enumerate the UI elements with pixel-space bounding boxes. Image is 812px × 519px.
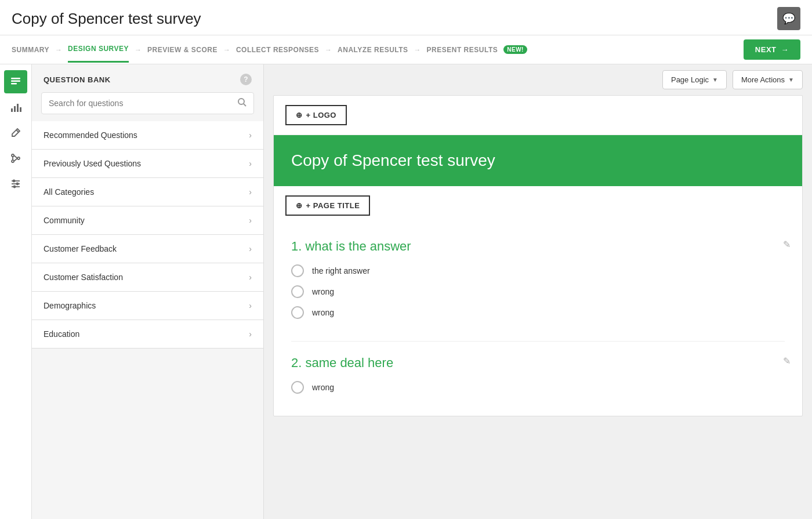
bank-list-item-customer-satisfaction[interactable]: Customer Satisfaction › bbox=[32, 263, 263, 292]
svg-rect-1 bbox=[11, 81, 20, 82]
sidebar-item-settings[interactable] bbox=[4, 172, 27, 195]
survey-canvas: ⊕ + LOGO Copy of Spencer test survey ⊕ +… bbox=[273, 95, 803, 416]
svg-point-19 bbox=[238, 99, 244, 104]
question-1-section: 1. what is the answer ✎ the right answer… bbox=[274, 225, 802, 341]
arrow-sep-4: → bbox=[325, 46, 332, 54]
chevron-right-icon: › bbox=[249, 244, 252, 253]
page-logic-button[interactable]: Page Logic ▼ bbox=[662, 70, 727, 89]
svg-point-16 bbox=[13, 180, 15, 182]
content-area: Page Logic ▼ More Actions ▼ ⊕ + LOGO Cop… bbox=[264, 64, 812, 519]
caret-down-icon: ▼ bbox=[788, 77, 794, 83]
arrow-sep-5: → bbox=[414, 46, 421, 54]
nav-step-preview[interactable]: PREVIEW & SCORE bbox=[147, 38, 217, 62]
sidebar-item-pen[interactable] bbox=[4, 121, 27, 144]
radio-button[interactable] bbox=[291, 306, 304, 319]
bank-list-item-previously-used[interactable]: Previously Used Questions › bbox=[32, 150, 263, 178]
svg-point-17 bbox=[17, 183, 19, 185]
svg-rect-6 bbox=[20, 107, 21, 112]
sidebar-item-branch[interactable] bbox=[4, 147, 27, 170]
add-logo-button[interactable]: ⊕ + LOGO bbox=[285, 105, 347, 125]
edit-question-1-icon[interactable]: ✎ bbox=[783, 239, 791, 250]
q2-option-1: wrong bbox=[291, 381, 785, 394]
add-page-title-button[interactable]: ⊕ + PAGE TITLE bbox=[285, 195, 370, 216]
chevron-right-icon: › bbox=[249, 273, 252, 282]
nav-step-summary[interactable]: SUMMARY bbox=[12, 38, 49, 62]
next-button[interactable]: NEXT → bbox=[744, 39, 800, 60]
q1-option-2: wrong bbox=[291, 285, 785, 298]
bank-list-item-education[interactable]: Education › bbox=[32, 320, 263, 349]
survey-logo-bar: ⊕ + LOGO bbox=[274, 96, 802, 135]
page-title-row: ⊕ + PAGE TITLE bbox=[274, 186, 802, 225]
radio-button[interactable] bbox=[291, 381, 304, 394]
question-2-title: 2. same deal here bbox=[291, 355, 785, 371]
sidebar-item-question-bank[interactable] bbox=[4, 70, 27, 93]
chevron-right-icon: › bbox=[249, 159, 252, 168]
caret-down-icon: ▼ bbox=[712, 77, 718, 83]
search-box[interactable] bbox=[41, 92, 254, 114]
svg-point-8 bbox=[17, 157, 20, 159]
survey-title-bar: Copy of Spencer test survey bbox=[274, 135, 802, 186]
main-layout: QUESTION BANK ? Recommended Questions › … bbox=[0, 64, 812, 519]
chevron-right-icon: › bbox=[249, 216, 252, 225]
question-bank-title: QUESTION BANK bbox=[44, 75, 111, 84]
question-1-title: 1. what is the answer bbox=[291, 239, 785, 254]
bank-list-item-community[interactable]: Community › bbox=[32, 206, 263, 235]
page-title: Copy of Spencer test survey bbox=[12, 10, 201, 28]
sidebar-item-analytics[interactable] bbox=[4, 96, 27, 119]
nav-step-design[interactable]: DESIGN SURVEY bbox=[68, 37, 129, 63]
question-bank-header: QUESTION BANK ? bbox=[32, 64, 263, 92]
arrow-sep-3: → bbox=[223, 46, 230, 54]
help-button[interactable]: ? bbox=[240, 74, 252, 85]
q1-option-3: wrong bbox=[291, 306, 785, 319]
radio-button[interactable] bbox=[291, 285, 304, 298]
nav-step-analyze[interactable]: ANALYZE RESULTS bbox=[338, 38, 408, 62]
arrow-sep-2: → bbox=[135, 46, 142, 54]
question-bank-panel: QUESTION BANK ? Recommended Questions › … bbox=[32, 64, 264, 519]
svg-line-11 bbox=[14, 158, 17, 161]
top-bar: Copy of Spencer test survey 💬 bbox=[0, 0, 812, 35]
svg-rect-3 bbox=[11, 108, 13, 112]
svg-point-9 bbox=[12, 160, 14, 162]
chevron-right-icon: › bbox=[249, 301, 252, 310]
search-icon bbox=[237, 97, 246, 109]
content-toolbar: Page Logic ▼ More Actions ▼ bbox=[264, 64, 812, 95]
svg-point-7 bbox=[12, 154, 14, 157]
svg-point-18 bbox=[14, 186, 16, 188]
new-badge: NEW! bbox=[503, 45, 527, 54]
search-input[interactable] bbox=[49, 99, 237, 108]
chevron-right-icon: › bbox=[249, 329, 252, 339]
q1-option-1: the right answer bbox=[291, 264, 785, 277]
bank-list-item-customer-feedback[interactable]: Customer Feedback › bbox=[32, 235, 263, 263]
bank-list: Recommended Questions › Previously Used … bbox=[32, 121, 263, 519]
question-2-section: 2. same deal here ✎ wrong bbox=[274, 342, 802, 416]
bank-list-item-all-categories[interactable]: All Categories › bbox=[32, 178, 263, 206]
nav-bar: SUMMARY → DESIGN SURVEY → PREVIEW & SCOR… bbox=[0, 35, 812, 64]
nav-step-collect[interactable]: COLLECT RESPONSES bbox=[236, 38, 319, 62]
radio-button[interactable] bbox=[291, 264, 304, 277]
bank-list-item-demographics[interactable]: Demographics › bbox=[32, 292, 263, 320]
svg-rect-5 bbox=[17, 104, 19, 112]
arrow-sep-1: → bbox=[55, 46, 62, 54]
chat-icon[interactable]: 💬 bbox=[777, 7, 800, 30]
more-actions-button[interactable]: More Actions ▼ bbox=[733, 70, 803, 89]
edit-question-2-icon[interactable]: ✎ bbox=[783, 355, 791, 366]
bank-list-item-recommended[interactable]: Recommended Questions › bbox=[32, 121, 263, 150]
survey-title-text: Copy of Spencer test survey bbox=[291, 151, 785, 170]
svg-line-10 bbox=[14, 155, 17, 158]
svg-line-20 bbox=[244, 104, 246, 106]
nav-steps: SUMMARY → DESIGN SURVEY → PREVIEW & SCOR… bbox=[12, 37, 744, 63]
svg-rect-4 bbox=[14, 106, 16, 112]
icon-sidebar bbox=[0, 64, 32, 519]
svg-rect-2 bbox=[11, 83, 17, 85]
nav-step-present[interactable]: PRESENT RESULTS NEW! bbox=[427, 37, 527, 62]
svg-rect-0 bbox=[11, 78, 20, 79]
chevron-right-icon: › bbox=[249, 187, 252, 197]
chevron-right-icon: › bbox=[249, 130, 252, 140]
